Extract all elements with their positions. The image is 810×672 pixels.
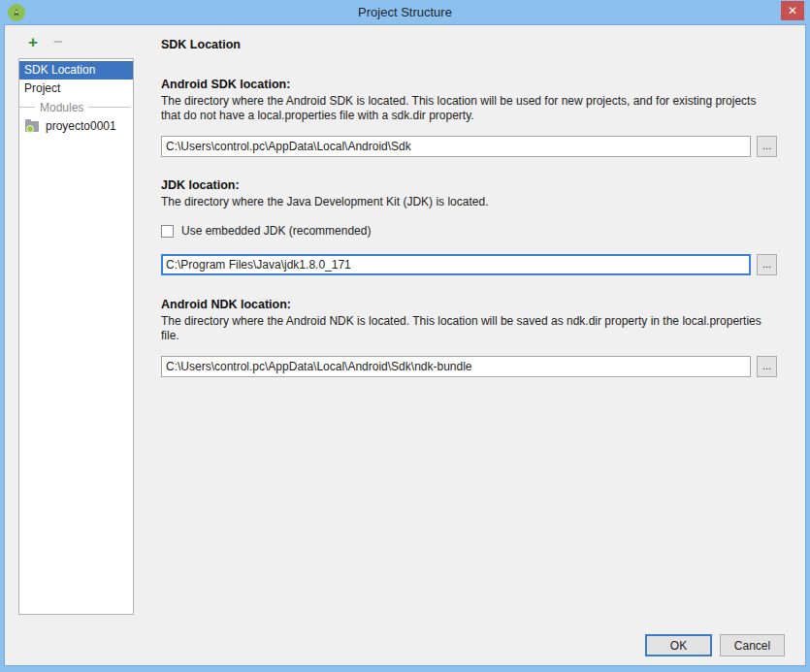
jdk-field-row: ...	[161, 254, 777, 275]
main-row: + − SDK Location Project Modules	[5, 25, 805, 625]
window-title: Project Structure	[4, 5, 806, 19]
modules-separator: Modules	[19, 98, 133, 116]
page-title: SDK Location	[161, 38, 777, 51]
sidebar-list: SDK Location Project Modules proyecto000…	[18, 58, 134, 615]
dialog-body: + − SDK Location Project Modules	[4, 24, 806, 666]
module-folder-icon	[25, 119, 41, 133]
jdk-browse-button[interactable]: ...	[757, 254, 777, 275]
android-ndk-path-input[interactable]	[161, 356, 751, 377]
jdk-description: The directory where the Java Development…	[161, 195, 777, 209]
sidebar-toolbar: + −	[18, 25, 159, 58]
jdk-path-input[interactable]	[161, 254, 751, 275]
ok-button[interactable]: OK	[645, 634, 712, 656]
sdk-location-panel: SDK Location Android SDK location: The d…	[159, 25, 805, 625]
sidebar-item-sdk-location[interactable]: SDK Location	[19, 61, 133, 80]
separator-line	[19, 107, 35, 108]
android-ndk-section: Android NDK location: The directory wher…	[161, 298, 777, 377]
android-ndk-field-row: ...	[161, 356, 777, 377]
android-sdk-field-row: ...	[161, 136, 777, 157]
add-icon[interactable]: +	[28, 34, 38, 50]
separator-line	[88, 107, 131, 108]
android-ndk-description: The directory where the Android NDK is l…	[161, 314, 777, 343]
jdk-label: JDK location:	[161, 178, 777, 192]
jdk-section: JDK location: The directory where the Ja…	[161, 178, 777, 275]
sidebar: + − SDK Location Project Modules	[5, 25, 159, 625]
project-structure-dialog: Project Structure ✕ + − SDK Location Pro…	[0, 0, 810, 672]
remove-icon[interactable]: −	[53, 34, 63, 50]
titlebar: Project Structure ✕	[4, 0, 806, 24]
android-sdk-description: The directory where the Android SDK is l…	[161, 94, 777, 123]
dialog-footer: OK Cancel	[5, 625, 805, 665]
module-label: proyecto0001	[46, 119, 116, 133]
android-ndk-browse-button[interactable]: ...	[757, 356, 777, 377]
use-embedded-jdk-row: Use embedded JDK (recommended)	[161, 224, 777, 238]
sidebar-item-project[interactable]: Project	[19, 80, 133, 98]
sidebar-item-module-proyecto0001[interactable]: proyecto0001	[19, 116, 133, 136]
android-sdk-browse-button[interactable]: ...	[757, 136, 777, 157]
android-ndk-label: Android NDK location:	[161, 298, 777, 311]
modules-separator-label: Modules	[40, 101, 83, 114]
close-button[interactable]: ✕	[781, 1, 804, 20]
android-sdk-section: Android SDK location: The directory wher…	[161, 78, 777, 157]
android-sdk-path-input[interactable]	[161, 136, 751, 157]
android-sdk-label: Android SDK location:	[161, 78, 777, 91]
cancel-button[interactable]: Cancel	[720, 634, 785, 656]
use-embedded-jdk-label: Use embedded JDK (recommended)	[181, 224, 371, 238]
use-embedded-jdk-checkbox[interactable]	[161, 225, 174, 238]
